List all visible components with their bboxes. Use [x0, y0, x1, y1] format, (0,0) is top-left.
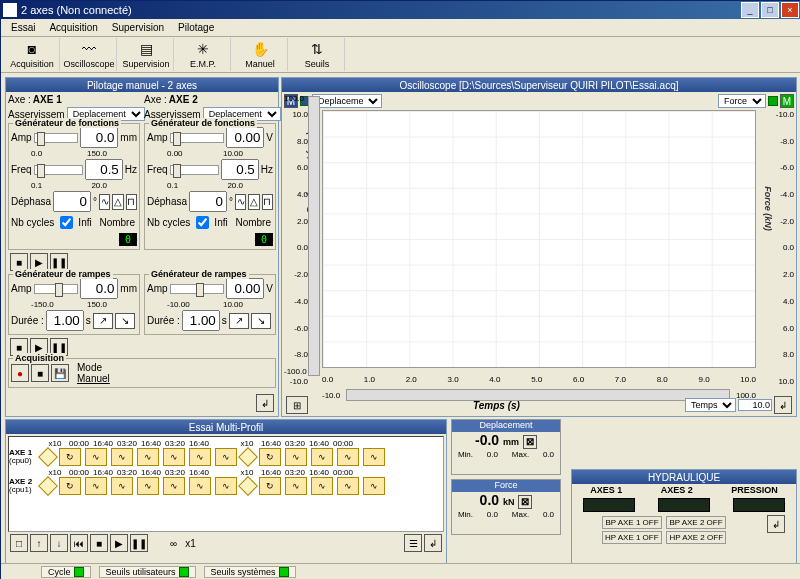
toolbar-supervision[interactable]: ▤Supervision	[119, 38, 174, 71]
dep-reset-button[interactable]: ⊠	[523, 435, 537, 449]
wave-sq-1[interactable]: ⊓	[262, 194, 273, 210]
acq-save-icon[interactable]: 💾	[51, 364, 69, 382]
wave-sine-0[interactable]: ∿	[99, 194, 110, 210]
wave-sine-1[interactable]: ∿	[235, 194, 246, 210]
toolbar-seuils[interactable]: ⇅Seuils	[290, 38, 345, 71]
freq-input-0[interactable]	[85, 159, 123, 180]
menu-supervision[interactable]: Supervision	[106, 20, 170, 35]
hp-axe2-button[interactable]: HP AXE 2 OFF	[666, 531, 726, 544]
scope-tool-button[interactable]: ⊞	[286, 396, 308, 414]
ramp-dn-1[interactable]: ↘	[251, 313, 271, 329]
profil-btn-pause[interactable]: ❚❚	[130, 534, 148, 552]
scope-plot-area[interactable]	[322, 110, 756, 368]
amp-slider-1[interactable]	[170, 133, 225, 143]
duree-input-1[interactable]	[182, 310, 220, 331]
scope-footer-val[interactable]	[738, 399, 772, 411]
profil-node[interactable]: ∿	[189, 448, 211, 466]
ramp-dn-0[interactable]: ↘	[115, 313, 135, 329]
amp-input-1[interactable]	[226, 127, 264, 148]
profil-node[interactable]: ∿	[189, 477, 211, 495]
amp-input-0[interactable]	[80, 127, 118, 148]
profil-btn-down[interactable]: ↓	[50, 534, 68, 552]
profil-node[interactable]: ∿	[163, 477, 185, 495]
ramp-amp-input-1[interactable]	[226, 278, 264, 299]
toolbar-oscilloscope[interactable]: 〰Oscilloscope	[62, 38, 117, 71]
profil-tool-button[interactable]: ☰	[404, 534, 422, 552]
tab-cycle[interactable]: Cycle	[41, 566, 91, 578]
profil-btn-up[interactable]: ↑	[30, 534, 48, 552]
profil-node[interactable]: ∿	[215, 448, 237, 466]
profil-node[interactable]: ↻	[259, 448, 281, 466]
scope-right-select[interactable]: Force	[718, 94, 766, 108]
ramp-amp-input-0[interactable]	[80, 278, 118, 299]
profil-diamond[interactable]	[238, 447, 258, 467]
freq-slider-1[interactable]	[170, 165, 219, 175]
profil-node[interactable]: ∿	[215, 477, 237, 495]
profil-node[interactable]: ∿	[163, 448, 185, 466]
profil-node[interactable]: ∿	[285, 448, 307, 466]
tab-seuils-user[interactable]: Seuils utilisateurs	[99, 566, 196, 578]
profil-node[interactable]: ∿	[85, 448, 107, 466]
inf-check-1[interactable]	[196, 216, 209, 229]
pilotage-exit-button[interactable]: ↲	[256, 394, 274, 412]
toolbar-emp[interactable]: ✳E.M.P.	[176, 38, 231, 71]
duree-input-0[interactable]	[46, 310, 84, 331]
deph-input-0[interactable]	[53, 191, 91, 212]
menu-acquisition[interactable]: Acquisition	[43, 20, 103, 35]
deph-input-1[interactable]	[189, 191, 227, 212]
profil-node[interactable]: ∿	[363, 477, 385, 495]
toolbar-manuel[interactable]: ✋Manuel	[233, 38, 288, 71]
profil-node[interactable]: ↻	[59, 477, 81, 495]
force-reset-button[interactable]: ⊠	[518, 495, 532, 509]
freq-input-1[interactable]	[221, 159, 259, 180]
profil-diamond[interactable]	[38, 476, 58, 496]
profil-node[interactable]: ∿	[337, 477, 359, 495]
profil-node[interactable]: ∿	[137, 477, 159, 495]
profil-node[interactable]: ↻	[259, 477, 281, 495]
record-button[interactable]: ●	[11, 364, 29, 382]
profil-node[interactable]: ∿	[85, 477, 107, 495]
ramp-slider-0[interactable]	[34, 284, 79, 294]
maximize-button[interactable]: □	[761, 2, 779, 18]
toolbar-acquisition[interactable]: ◙Acquisition	[5, 38, 60, 71]
wave-tri-0[interactable]: △	[112, 194, 123, 210]
profil-exit-button[interactable]: ↲	[424, 534, 442, 552]
profil-node[interactable]: ∿	[363, 448, 385, 466]
profil-node[interactable]: ↻	[59, 448, 81, 466]
profil-node[interactable]: ∿	[111, 477, 133, 495]
ramp-up-0[interactable]: ↗	[93, 313, 113, 329]
amp-slider-0[interactable]	[34, 133, 79, 143]
minimize-button[interactable]: _	[741, 2, 759, 18]
profil-diamond[interactable]	[38, 447, 58, 467]
wave-sq-0[interactable]: ⊓	[126, 194, 137, 210]
profil-diamond[interactable]	[238, 476, 258, 496]
profil-node[interactable]: ∿	[111, 448, 133, 466]
profil-btn-1[interactable]: □	[10, 534, 28, 552]
profil-node[interactable]: ∿	[337, 448, 359, 466]
scope-m-right[interactable]: M	[780, 94, 794, 108]
tab-seuils-sys[interactable]: Seuils systèmes	[204, 566, 296, 578]
profil-node[interactable]: ∿	[311, 477, 333, 495]
scope-y-scrollbar[interactable]	[308, 96, 320, 376]
menu-pilotage[interactable]: Pilotage	[172, 20, 220, 35]
menu-essai[interactable]: Essai	[5, 20, 41, 35]
profil-node[interactable]: ∿	[137, 448, 159, 466]
profil-btn-stop[interactable]: ■	[90, 534, 108, 552]
profil-btn-play[interactable]: ▶	[110, 534, 128, 552]
ramp-slider-1[interactable]	[170, 284, 225, 294]
acq-stop-button[interactable]: ■	[31, 364, 49, 382]
profil-node[interactable]: ∿	[285, 477, 307, 495]
hp-axe1-button[interactable]: HP AXE 1 OFF	[602, 531, 662, 544]
hydr-exit-button[interactable]: ↲	[767, 515, 785, 533]
close-button[interactable]: ×	[781, 2, 799, 18]
profil-node[interactable]: ∿	[311, 448, 333, 466]
freq-slider-0[interactable]	[34, 165, 83, 175]
scope-footer-select[interactable]: Temps	[685, 398, 736, 412]
inf-check-0[interactable]	[60, 216, 73, 229]
wave-tri-1[interactable]: △	[248, 194, 259, 210]
scope-exit-button[interactable]: ↲	[774, 396, 792, 414]
profil-btn-prev[interactable]: ⏮	[70, 534, 88, 552]
bp-axe2-button[interactable]: BP AXE 2 OFF	[666, 516, 725, 529]
ramp-up-1[interactable]: ↗	[229, 313, 249, 329]
profil-timeline[interactable]: x1000:0016:4003:2016:4003:2016:40x1016:4…	[8, 436, 444, 532]
